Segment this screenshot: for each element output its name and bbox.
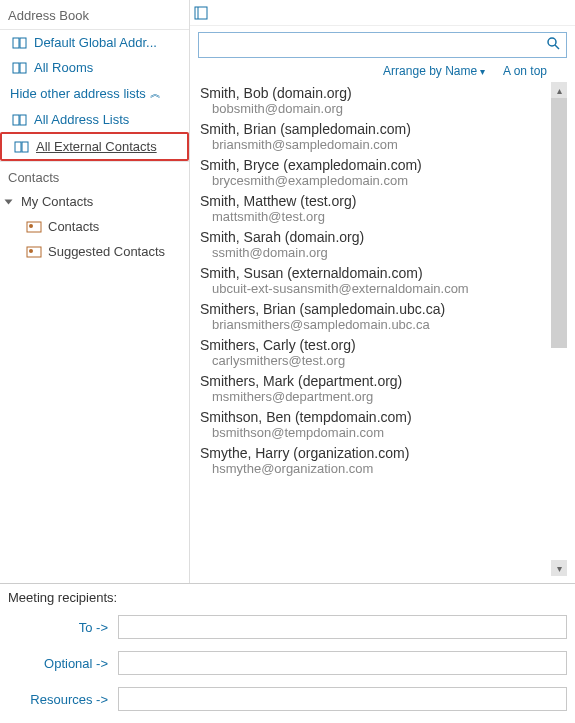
contact-card-icon — [26, 245, 42, 259]
scroll-thumb[interactable] — [551, 98, 567, 348]
svg-rect-8 — [27, 222, 41, 232]
contact-name: Smith, Matthew (test.org) — [200, 193, 565, 209]
sidebar-item-label: Suggested Contacts — [48, 244, 165, 259]
contact-list-item[interactable]: Smithers, Mark (department.org)msmithers… — [190, 370, 575, 406]
sidebar-item-default-global[interactable]: Default Global Addr... — [0, 30, 189, 55]
contact-name: Smithers, Brian (sampledomain.ubc.ca) — [200, 301, 565, 317]
sidebar-item-label: All Address Lists — [34, 112, 129, 127]
svg-rect-12 — [195, 7, 207, 19]
meeting-recipients-panel: Meeting recipients: To -> Optional -> Re… — [0, 584, 575, 723]
my-contacts-toggle[interactable]: My Contacts — [0, 189, 189, 214]
arrange-by-dropdown[interactable]: Arrange by Name — [383, 64, 485, 78]
addressbook-icon[interactable] — [194, 6, 210, 20]
contact-email: msmithers@department.org — [200, 389, 565, 404]
contact-list-item[interactable]: Smithers, Carly (test.org)carlysmithers@… — [190, 334, 575, 370]
contact-list-item[interactable]: Smith, Susan (externaldomain.com)ubcuit-… — [190, 262, 575, 298]
contact-list-item[interactable]: Smith, Matthew (test.org)mattsmith@test.… — [190, 190, 575, 226]
sidebar-item-suggested-contacts[interactable]: Suggested Contacts — [0, 239, 189, 264]
contact-name: Smithers, Carly (test.org) — [200, 337, 565, 353]
sidebar-item-label: All Rooms — [34, 60, 93, 75]
hide-other-lists-link[interactable]: Hide other address lists ︽ — [0, 80, 189, 107]
sidebar-item-all-external-contacts[interactable]: All External Contacts — [0, 132, 189, 161]
contact-name: Smithson, Ben (tempdomain.com) — [200, 409, 565, 425]
scroll-down-button[interactable]: ▾ — [551, 560, 567, 576]
book-icon — [12, 36, 28, 50]
main-panel: Arrange by Name A on top ▴ ▾ Smith, Bob … — [190, 0, 575, 583]
to-row: To -> — [8, 615, 567, 639]
svg-rect-5 — [20, 115, 26, 125]
svg-point-9 — [29, 224, 33, 228]
contact-email: carlysmithers@test.org — [200, 353, 565, 368]
svg-point-11 — [29, 249, 33, 253]
svg-rect-6 — [15, 142, 21, 152]
contact-list-item[interactable]: Smith, Brian (sampledomain.com)briansmit… — [190, 118, 575, 154]
contact-email: bsmithson@tempdomain.com — [200, 425, 565, 440]
svg-rect-10 — [27, 247, 41, 257]
contact-name: Smith, Sarah (domain.org) — [200, 229, 565, 245]
sidebar-item-contacts[interactable]: Contacts — [0, 214, 189, 239]
topbar — [190, 0, 575, 26]
to-button[interactable]: To -> — [8, 620, 118, 635]
sidebar-item-all-rooms[interactable]: All Rooms — [0, 55, 189, 80]
contact-list-item[interactable]: Smythe, Harry (organization.com)hsmythe@… — [190, 442, 575, 478]
book-icon — [14, 140, 30, 154]
contacts-header: Contacts — [0, 161, 189, 189]
my-contacts-list: Contacts Suggested Contacts — [0, 214, 189, 264]
address-book-list-more: All Address Lists All External Contacts — [0, 107, 189, 161]
contact-name: Smithers, Mark (department.org) — [200, 373, 565, 389]
sidebar-item-label: All External Contacts — [36, 139, 157, 154]
contact-email: briansmithers@sampledomain.ubc.ca — [200, 317, 565, 332]
scroll-up-button[interactable]: ▴ — [551, 82, 567, 98]
search-container — [190, 26, 575, 62]
hide-other-label: Hide other address lists — [10, 86, 146, 101]
resources-button[interactable]: Resources -> — [8, 692, 118, 707]
contact-email: mattsmith@test.org — [200, 209, 565, 224]
contact-list-container: ▴ ▾ Smith, Bob (domain.org)bobsmith@doma… — [190, 82, 575, 576]
svg-rect-7 — [22, 142, 28, 152]
search-button[interactable] — [540, 33, 566, 57]
contact-email: ssmith@domain.org — [200, 245, 565, 260]
optional-button[interactable]: Optional -> — [8, 656, 118, 671]
search-icon — [546, 36, 560, 54]
contact-name: Smith, Susan (externaldomain.com) — [200, 265, 565, 281]
to-input[interactable] — [118, 615, 567, 639]
contact-name: Smith, Bob (domain.org) — [200, 85, 565, 101]
triangle-down-icon — [5, 199, 13, 204]
contact-name: Smith, Bryce (exampledomain.com) — [200, 157, 565, 173]
sidebar: Address Book Default Global Addr... All … — [0, 0, 190, 583]
optional-row: Optional -> — [8, 651, 567, 675]
svg-rect-0 — [13, 38, 19, 48]
sidebar-item-all-address-lists[interactable]: All Address Lists — [0, 107, 189, 132]
svg-point-14 — [548, 38, 556, 46]
svg-rect-4 — [13, 115, 19, 125]
contact-list-item[interactable]: Smithson, Ben (tempdomain.com)bsmithson@… — [190, 406, 575, 442]
contact-list-item[interactable]: Smith, Bryce (exampledomain.com)brycesmi… — [190, 154, 575, 190]
search-input[interactable] — [199, 33, 540, 57]
contact-card-icon — [26, 220, 42, 234]
optional-input[interactable] — [118, 651, 567, 675]
contact-list-item[interactable]: Smithers, Brian (sampledomain.ubc.ca)bri… — [190, 298, 575, 334]
contact-list-item[interactable]: Smith, Bob (domain.org)bobsmith@domain.o… — [190, 82, 575, 118]
search-box — [198, 32, 567, 58]
arrange-bar: Arrange by Name A on top — [190, 62, 575, 82]
contact-name: Smythe, Harry (organization.com) — [200, 445, 565, 461]
chevron-up-icon: ︽ — [150, 86, 159, 101]
svg-line-15 — [555, 45, 559, 49]
contact-email: ubcuit-ext-susansmith@externaldomain.com — [200, 281, 565, 296]
contact-email: brycesmith@exampledomain.com — [200, 173, 565, 188]
meeting-recipients-title: Meeting recipients: — [8, 590, 567, 605]
book-icon — [12, 113, 28, 127]
contact-email: briansmith@sampledomain.com — [200, 137, 565, 152]
svg-rect-3 — [20, 63, 26, 73]
contact-list-item[interactable]: Smith, Sarah (domain.org)ssmith@domain.o… — [190, 226, 575, 262]
contact-email: bobsmith@domain.org — [200, 101, 565, 116]
contact-name: Smith, Brian (sampledomain.com) — [200, 121, 565, 137]
address-book-list: Default Global Addr... All Rooms — [0, 30, 189, 80]
svg-rect-1 — [20, 38, 26, 48]
resources-input[interactable] — [118, 687, 567, 711]
address-book-header: Address Book — [0, 4, 189, 30]
book-icon — [12, 61, 28, 75]
a-on-top-toggle[interactable]: A on top — [503, 64, 547, 78]
resources-row: Resources -> — [8, 687, 567, 711]
contact-list: Smith, Bob (domain.org)bobsmith@domain.o… — [190, 82, 575, 478]
